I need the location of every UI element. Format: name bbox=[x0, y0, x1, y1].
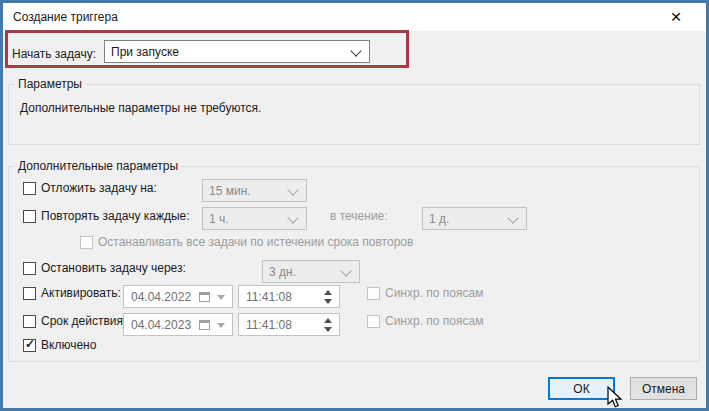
activate-time-field[interactable]: 11:41:08 bbox=[238, 285, 340, 308]
cancel-button[interactable]: Отмена bbox=[630, 377, 697, 400]
activate-sync-checkbox[interactable] bbox=[367, 287, 380, 300]
begin-task-select[interactable]: При запуске bbox=[104, 40, 370, 63]
close-icon: × bbox=[670, 6, 681, 28]
stop-task-checkbox[interactable] bbox=[23, 262, 36, 275]
expire-sync-label: Синхр. по поясам bbox=[385, 314, 483, 328]
activate-sync-label: Синхр. по поясам bbox=[385, 286, 483, 300]
enabled-checkbox[interactable]: ✓ bbox=[23, 339, 36, 352]
expire-date-picker[interactable]: 04.04.2023 bbox=[123, 313, 233, 336]
repeat-interval-value: 1 ч. bbox=[209, 212, 229, 226]
ok-button-label: ОК bbox=[573, 382, 589, 396]
stop-task-select[interactable]: 3 дн. bbox=[262, 260, 360, 283]
activate-date-picker[interactable]: 04.04.2022 bbox=[123, 285, 233, 308]
expire-label: Срок действия: bbox=[41, 314, 126, 328]
spinner-up-icon bbox=[324, 318, 332, 323]
stop-task-value: 3 дн. bbox=[269, 265, 296, 279]
dropdown-arrow-icon bbox=[217, 295, 225, 300]
activate-checkbox[interactable] bbox=[23, 287, 36, 300]
window-title: Создание триггера bbox=[13, 10, 118, 24]
repeat-duration-value: 1 д. bbox=[429, 212, 449, 226]
repeat-task-checkbox[interactable] bbox=[23, 210, 36, 223]
chevron-down-icon bbox=[350, 45, 361, 56]
calendar-icon bbox=[199, 320, 210, 330]
delay-task-checkbox[interactable] bbox=[23, 182, 36, 195]
ok-button[interactable]: ОК bbox=[548, 377, 615, 400]
time-spinner[interactable] bbox=[322, 288, 335, 306]
activate-date-value: 04.04.2022 bbox=[131, 290, 191, 304]
activate-time-value: 11:41:08 bbox=[246, 290, 292, 304]
stop-all-tasks-label: Останавливать все задачи по истечении ср… bbox=[98, 235, 413, 249]
delay-task-select[interactable]: 15 мин. bbox=[202, 179, 307, 202]
close-button[interactable]: × bbox=[658, 3, 694, 31]
expire-time-value: 11:41:08 bbox=[246, 318, 292, 332]
check-icon: ✓ bbox=[25, 337, 35, 351]
create-trigger-window: Создание триггера × Начать задачу: При з… bbox=[0, 0, 709, 411]
dropdown-arrow-icon bbox=[217, 323, 225, 328]
activate-label: Активировать: bbox=[41, 286, 121, 300]
enabled-label: Включено bbox=[41, 338, 96, 352]
repeat-duration-select[interactable]: 1 д. bbox=[422, 207, 527, 230]
stop-task-label: Остановить задачу через: bbox=[41, 261, 186, 275]
dialog-body: Создание триггера × Начать задачу: При з… bbox=[3, 3, 706, 408]
params-group-title: Параметры bbox=[14, 77, 86, 91]
expire-time-field[interactable]: 11:41:08 bbox=[238, 313, 340, 336]
begin-task-label: Начать задачу: bbox=[12, 47, 96, 61]
cancel-button-label: Отмена bbox=[642, 382, 685, 396]
chevron-down-icon bbox=[507, 212, 518, 223]
repeat-duration-label: в течение: bbox=[330, 209, 388, 223]
expire-checkbox[interactable] bbox=[23, 315, 36, 328]
expire-sync-checkbox[interactable] bbox=[367, 315, 380, 328]
expire-date-value: 04.04.2023 bbox=[131, 318, 191, 332]
params-message: Дополнительные параметры не требуются. bbox=[20, 101, 261, 115]
repeat-interval-select[interactable]: 1 ч. bbox=[202, 207, 307, 230]
delay-task-value: 15 мин. bbox=[209, 184, 251, 198]
title-bar: Создание триггера × bbox=[3, 3, 706, 31]
spinner-down-icon bbox=[324, 327, 332, 332]
chevron-down-icon bbox=[340, 265, 351, 276]
advanced-group-title: Дополнительные параметры bbox=[14, 159, 182, 173]
begin-task-value: При запуске bbox=[111, 45, 179, 59]
repeat-task-label: Повторять задачу каждые: bbox=[41, 209, 190, 223]
time-spinner[interactable] bbox=[322, 316, 335, 334]
calendar-icon bbox=[199, 292, 210, 302]
chevron-down-icon bbox=[287, 184, 298, 195]
chevron-down-icon bbox=[287, 212, 298, 223]
spinner-up-icon bbox=[324, 290, 332, 295]
spinner-down-icon bbox=[324, 299, 332, 304]
stop-all-tasks-checkbox[interactable] bbox=[80, 236, 93, 249]
delay-task-label: Отложить задачу на: bbox=[41, 181, 157, 195]
